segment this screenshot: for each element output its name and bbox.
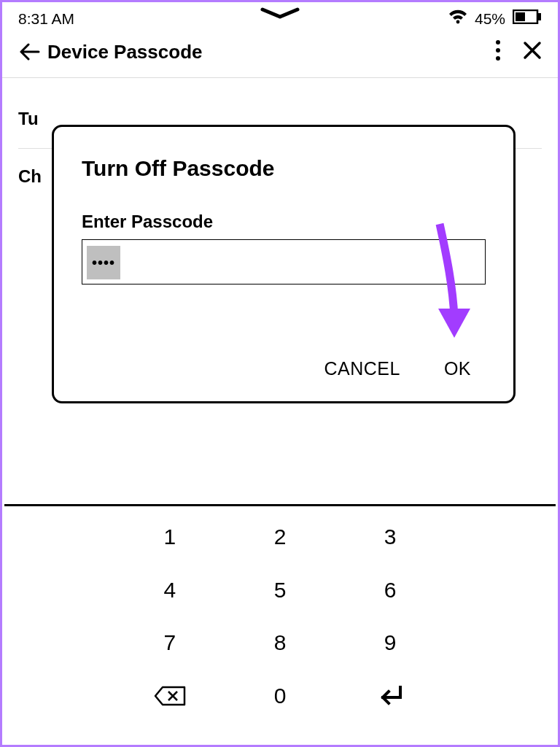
ok-button[interactable]: OK xyxy=(444,358,471,379)
svg-rect-3 xyxy=(516,12,525,21)
key-8[interactable]: 8 xyxy=(225,616,335,670)
passcode-input[interactable]: •••• xyxy=(82,239,486,285)
key-6[interactable]: 6 xyxy=(335,564,446,617)
wifi-icon xyxy=(448,9,467,28)
key-blank xyxy=(4,670,114,723)
clock: 8:31 AM xyxy=(18,10,74,28)
key-7[interactable]: 7 xyxy=(114,616,225,670)
key-1[interactable]: 1 xyxy=(114,511,225,564)
key-blank xyxy=(4,616,114,670)
key-4[interactable]: 4 xyxy=(114,564,225,617)
key-blank xyxy=(446,511,556,564)
app-header: Device Passcode xyxy=(2,32,558,77)
key-blank xyxy=(446,616,556,670)
back-button[interactable] xyxy=(18,43,47,61)
svg-point-6 xyxy=(496,56,500,61)
dialog-title: Turn Off Passcode xyxy=(82,156,486,181)
key-blank xyxy=(446,670,556,723)
key-enter[interactable] xyxy=(335,670,446,723)
passcode-label: Enter Passcode xyxy=(82,212,486,232)
kebab-menu-icon[interactable] xyxy=(495,39,501,64)
key-blank xyxy=(4,564,114,617)
cancel-button[interactable]: CANCEL xyxy=(324,358,400,379)
svg-point-0 xyxy=(456,20,460,24)
key-3[interactable]: 3 xyxy=(335,511,446,564)
key-blank xyxy=(446,564,556,617)
pull-tab-icon[interactable] xyxy=(260,7,300,23)
battery-icon xyxy=(513,9,542,28)
page-title: Device Passcode xyxy=(47,41,495,63)
svg-point-4 xyxy=(496,40,500,44)
key-2[interactable]: 2 xyxy=(225,511,335,564)
key-0[interactable]: 0 xyxy=(225,670,335,723)
key-5[interactable]: 5 xyxy=(225,564,335,617)
numeric-keypad: 1 2 3 4 5 6 7 8 9 0 xyxy=(4,504,556,743)
passcode-masked-value: •••• xyxy=(87,246,120,279)
passcode-dialog: Turn Off Passcode Enter Passcode •••• CA… xyxy=(52,125,516,403)
close-button[interactable] xyxy=(523,41,542,63)
key-blank xyxy=(4,511,114,564)
svg-point-5 xyxy=(496,48,500,53)
svg-rect-2 xyxy=(538,13,541,20)
key-backspace[interactable] xyxy=(114,670,225,723)
key-9[interactable]: 9 xyxy=(335,616,446,670)
battery-percent: 45% xyxy=(475,10,505,28)
